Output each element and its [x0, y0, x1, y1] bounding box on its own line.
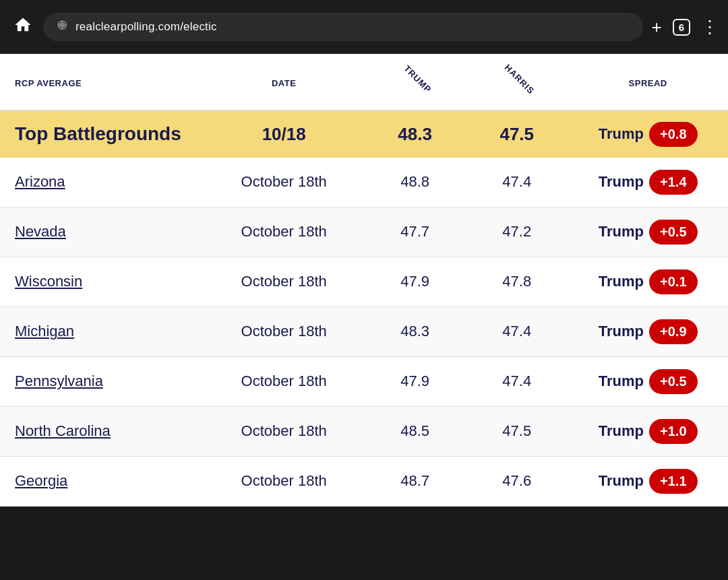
spread-label: Trump [599, 422, 644, 440]
spread-label: Trump [599, 323, 644, 340]
harris-cell: 47.4 [466, 356, 568, 406]
url-text: realclearpolling.com/electic [75, 20, 217, 34]
battlegrounds-trump: 48.3 [364, 110, 466, 158]
polling-table: RCP AVERAGE DATE TRUMP HARRIS SPREAD Top… [0, 54, 728, 507]
header-date: DATE [204, 54, 364, 110]
state-link[interactable]: Michigan [15, 323, 74, 340]
battlegrounds-harris: 47.5 [466, 110, 568, 158]
trump-cell: 47.9 [364, 356, 466, 406]
state-link[interactable]: Arizona [15, 173, 65, 190]
spread-cell: Trump +1.4 [568, 158, 728, 207]
state-link[interactable]: Pennsylvania [15, 373, 103, 389]
spread-badge: +0.9 [649, 319, 697, 344]
state-link[interactable]: Wisconsin [15, 273, 82, 290]
spread-badge: +1.1 [649, 469, 697, 494]
spread-cell: Trump +0.5 [568, 207, 728, 257]
header-rcp-average: RCP AVERAGE [0, 54, 204, 110]
harris-cell: 47.2 [466, 207, 568, 257]
trump-cell: 48.5 [364, 406, 466, 456]
date-cell: October 18th [204, 158, 364, 207]
trump-cell: 47.9 [364, 257, 466, 307]
table-row: Wisconsin October 18th 47.9 47.8 Trump +… [0, 257, 728, 307]
url-bar[interactable]: realclearpolling.com/electic [43, 13, 643, 41]
spread-label: Trump [599, 273, 644, 290]
harris-cell: 47.4 [466, 158, 568, 207]
spread-cell: Trump +1.0 [568, 406, 728, 456]
spread-badge: +1.4 [649, 170, 697, 195]
spread-badge: +1.0 [649, 419, 697, 444]
table-header-row: RCP AVERAGE DATE TRUMP HARRIS SPREAD [0, 54, 728, 110]
trump-cell: 48.8 [364, 158, 466, 207]
state-cell[interactable]: Michigan [0, 307, 204, 356]
header-spread: SPREAD [568, 54, 728, 110]
state-link[interactable]: Nevada [15, 223, 66, 240]
spread-badge: +0.5 [649, 369, 697, 394]
spread-cell: Trump +1.1 [568, 456, 728, 506]
battlegrounds-spread: Trump +0.8 [568, 110, 728, 158]
table-row: Arizona October 18th 48.8 47.4 Trump +1.… [0, 158, 728, 207]
spread-candidate-label: Trump [599, 125, 644, 143]
spread-label: Trump [599, 223, 644, 240]
date-cell: October 18th [204, 456, 364, 506]
date-cell: October 18th [204, 356, 364, 406]
browser-chrome: realclearpolling.com/electic + 6 ⋮ [0, 0, 728, 54]
state-cell[interactable]: Georgia [0, 456, 204, 506]
spread-label: Trump [599, 373, 644, 390]
spread-badge: +0.5 [649, 220, 697, 245]
date-cell: October 18th [204, 406, 364, 456]
date-cell: October 18th [204, 307, 364, 356]
harris-rotated-label: HARRIS [503, 63, 537, 96]
battlegrounds-row: Top Battlegrounds 10/18 48.3 47.5 Trump … [0, 110, 728, 158]
table-row: Nevada October 18th 47.7 47.2 Trump +0.5 [0, 207, 728, 257]
battlegrounds-date: 10/18 [204, 110, 364, 158]
state-link[interactable]: Georgia [15, 472, 67, 489]
spread-cell: Trump +0.5 [568, 356, 728, 406]
harris-cell: 47.6 [466, 456, 568, 506]
spread-cell: Trump +0.1 [568, 257, 728, 307]
table-row: Michigan October 18th 48.3 47.4 Trump +0… [0, 307, 728, 356]
state-cell[interactable]: Pennsylvania [0, 356, 204, 406]
harris-cell: 47.5 [466, 406, 568, 456]
state-cell[interactable]: Arizona [0, 158, 204, 207]
state-cell[interactable]: North Carolina [0, 406, 204, 456]
spread-label: Trump [599, 173, 644, 191]
trump-cell: 48.3 [364, 307, 466, 356]
url-icon [57, 20, 69, 34]
spread-badge: +0.1 [649, 269, 697, 294]
table-row: Georgia October 18th 48.7 47.6 Trump +1.… [0, 456, 728, 506]
spread-badge: +0.8 [649, 122, 697, 147]
add-tab-button[interactable]: + [651, 17, 661, 38]
trump-cell: 48.7 [364, 456, 466, 506]
harris-cell: 47.8 [466, 257, 568, 307]
date-cell: October 18th [204, 207, 364, 257]
battlegrounds-name: Top Battlegrounds [0, 110, 204, 158]
state-link[interactable]: North Carolina [15, 422, 111, 439]
table-row: North Carolina October 18th 48.5 47.5 Tr… [0, 406, 728, 456]
tab-count[interactable]: 6 [673, 19, 690, 36]
header-harris: HARRIS [466, 54, 568, 110]
header-trump: TRUMP [364, 54, 466, 110]
spread-cell: Trump +0.9 [568, 307, 728, 356]
browser-actions: + 6 ⋮ [651, 17, 717, 38]
trump-cell: 47.7 [364, 207, 466, 257]
home-icon[interactable] [11, 15, 35, 38]
harris-cell: 47.4 [466, 307, 568, 356]
table-row: Pennsylvania October 18th 47.9 47.4 Trum… [0, 356, 728, 406]
state-cell[interactable]: Nevada [0, 207, 204, 257]
menu-button[interactable]: ⋮ [701, 17, 717, 38]
spread-label: Trump [599, 472, 644, 490]
state-cell[interactable]: Wisconsin [0, 257, 204, 307]
trump-rotated-label: TRUMP [402, 63, 433, 95]
date-cell: October 18th [204, 257, 364, 307]
